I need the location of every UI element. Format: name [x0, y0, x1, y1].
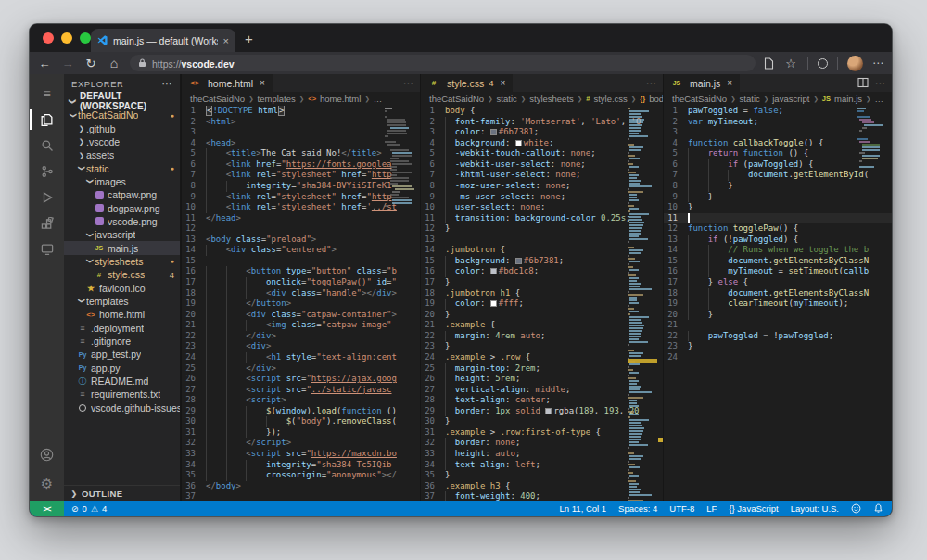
- code-line[interactable]: 13: [421, 235, 663, 246]
- code-line[interactable]: 8-moz-user-select: none;: [421, 181, 663, 192]
- minimap[interactable]: [385, 108, 414, 501]
- menu-icon[interactable]: ≡: [30, 81, 64, 107]
- code-line[interactable]: 20}: [421, 310, 663, 321]
- code-line[interactable]: 5-webkit-touch-callout: none;: [421, 148, 663, 159]
- tab-home-html[interactable]: <>home.html×: [182, 74, 273, 92]
- more-actions-icon[interactable]: ⋯: [875, 77, 885, 89]
- back-icon[interactable]: ←: [37, 57, 52, 70]
- more-actions-icon[interactable]: ⋯: [646, 77, 656, 89]
- code-line[interactable]: 32border: none;: [421, 438, 663, 449]
- code-line[interactable]: 33height: auto;: [421, 449, 663, 460]
- breadcrumb-item[interactable]: …: [374, 94, 383, 104]
- window-controls[interactable]: [43, 32, 91, 44]
- code-editor-home-html[interactable]: 1<!DOCTYPE html>2<html>34<head>5<title>T…: [182, 106, 420, 501]
- code-editor-main-js[interactable]: 1pawToggled = false;2var myTimeout;34fun…: [664, 106, 892, 501]
- tree-item-static[interactable]: ❯static●: [64, 161, 180, 174]
- tree-item-javascript[interactable]: ❯javascript: [64, 228, 180, 241]
- remote-indicator[interactable]: ><: [30, 501, 64, 516]
- workspace-row[interactable]: ❯ DEFAULT (WORKSPACE): [64, 94, 180, 108]
- code-line[interactable]: 10user-select: none;: [421, 202, 663, 213]
- source-control-icon[interactable]: [30, 159, 64, 185]
- tree-item-assets[interactable]: ❯assets: [64, 148, 180, 161]
- code-line[interactable]: 14.jumbotron {: [421, 245, 663, 256]
- code-line[interactable]: 23}: [421, 341, 663, 352]
- status-item-1[interactable]: Spaces: 4: [618, 503, 657, 514]
- code-line[interactable]: 21.example {: [421, 320, 663, 331]
- breadcrumb-item[interactable]: theCatSaidNo: [429, 94, 484, 104]
- outline-section[interactable]: ❯ OUTLINE: [64, 485, 180, 501]
- breadcrumb-item[interactable]: stylesheets: [529, 94, 574, 104]
- code-line[interactable]: 4background: white;: [421, 138, 663, 149]
- tree-item-readme-md[interactable]: ⓘREADME.md: [64, 375, 180, 388]
- more-actions-icon[interactable]: ⋯: [403, 77, 413, 89]
- new-tab-button[interactable]: +: [245, 31, 253, 46]
- status-item-0[interactable]: Ln 11, Col 1: [560, 503, 607, 514]
- code-line[interactable]: 17}: [421, 277, 663, 288]
- tree-item-app-test-py[interactable]: Pyapp_test.py: [64, 348, 180, 361]
- settings-icon[interactable]: ⚙: [30, 471, 64, 497]
- tree-item-style-css[interactable]: #style.css4: [64, 268, 180, 281]
- browser-menu-icon[interactable]: ⋯: [872, 57, 884, 70]
- tab-close-icon[interactable]: ×: [223, 35, 229, 46]
- refresh-icon[interactable]: ↻: [83, 57, 98, 70]
- explorer-icon[interactable]: [30, 107, 64, 133]
- tree-item-stylesheets[interactable]: ❯stylesheets●: [64, 255, 180, 268]
- remote-explorer-icon[interactable]: [30, 236, 64, 262]
- code-line[interactable]: 34text-align: left;: [421, 460, 663, 471]
- breadcrumb-item[interactable]: templates: [258, 94, 296, 104]
- status-item-4[interactable]: {} JavaScript: [729, 503, 778, 514]
- tab-main-js[interactable]: JSmain.js×: [664, 74, 741, 92]
- code-line[interactable]: 26height: 5rem;: [421, 374, 663, 385]
- extensions-icon[interactable]: [30, 210, 64, 236]
- breadcrumb-item[interactable]: theCatSaidNo: [672, 94, 727, 104]
- code-line[interactable]: 30}: [421, 416, 663, 427]
- breadcrumb-item[interactable]: theCatSaidNo: [190, 94, 245, 104]
- minimap[interactable]: [857, 108, 886, 501]
- tree-item-catpaw-png[interactable]: catpaw.png: [64, 188, 180, 201]
- status-item-2[interactable]: UTF-8: [669, 503, 694, 514]
- code-line[interactable]: 31.example > .row:first-of-type {: [421, 427, 663, 439]
- minimap[interactable]: [628, 108, 657, 501]
- breadcrumb-item[interactable]: static: [740, 94, 760, 104]
- tree-item-thecatsaidno[interactable]: ❯theCatSaidNo●: [64, 108, 180, 121]
- tree-item-images[interactable]: ❯images: [64, 175, 180, 188]
- breadcrumb-item[interactable]: style.css: [593, 94, 627, 104]
- bell-icon[interactable]: [873, 503, 883, 514]
- code-editor-style-css[interactable]: 1body {2font-family: 'Montserrat', 'Lato…: [421, 106, 663, 501]
- home-icon[interactable]: ⌂: [107, 57, 121, 70]
- tree-item--github[interactable]: ❯.github: [64, 121, 180, 134]
- document-icon[interactable]: [764, 57, 774, 70]
- maximize-window-button[interactable]: [80, 32, 91, 44]
- code-line[interactable]: 3color: #6b7381;: [421, 127, 663, 138]
- tree-item--deployment[interactable]: ≡.deployment: [64, 322, 180, 335]
- tree-item-templates[interactable]: ❯templates: [64, 295, 180, 308]
- breadcrumb-item[interactable]: static: [497, 94, 517, 104]
- extension-ring-icon[interactable]: [818, 58, 828, 69]
- code-line[interactable]: 9-ms-user-select: none;: [421, 192, 663, 203]
- tree-item-home-html[interactable]: <>home.html: [64, 308, 180, 321]
- forward-icon[interactable]: →: [60, 57, 75, 70]
- tree-item-app-py[interactable]: Pyapp.py: [64, 362, 180, 375]
- account-icon[interactable]: [30, 441, 64, 467]
- code-line[interactable]: 16color: #bdc1c8;: [421, 266, 663, 277]
- code-line[interactable]: 24.example > .row {: [421, 352, 663, 363]
- code-line[interactable]: 2font-family: 'Montserrat', 'Lato', 'O: [421, 117, 663, 128]
- code-line[interactable]: 36.example h3 {: [421, 481, 663, 492]
- code-line[interactable]: 22margin: 4rem auto;: [421, 331, 663, 342]
- tab-style-css[interactable]: #style.css4×: [421, 74, 514, 92]
- code-line[interactable]: 35}: [421, 470, 663, 481]
- code-line[interactable]: 25margin-top: 2rem;: [421, 363, 663, 375]
- code-line[interactable]: 1body {: [421, 106, 663, 117]
- breadcrumb-item[interactable]: home.html: [320, 94, 361, 104]
- tree-item-dogpaw-png[interactable]: dogpaw.png: [64, 201, 180, 214]
- breadcrumb-item[interactable]: main.js: [834, 94, 862, 104]
- address-bar[interactable]: https://vscode.dev: [130, 55, 756, 71]
- profile-avatar[interactable]: [847, 56, 863, 71]
- tree-item--vscode[interactable]: ❯.vscode: [64, 135, 180, 148]
- tree-item--gitignore[interactable]: ≡.gitignore: [64, 335, 180, 348]
- tab-close-icon[interactable]: ×: [260, 78, 265, 88]
- code-line[interactable]: 6-webkit-user-select: none;: [421, 159, 663, 171]
- minimize-window-button[interactable]: [61, 32, 72, 44]
- tab-close-icon[interactable]: ×: [501, 78, 506, 88]
- status-item-3[interactable]: LF: [706, 503, 717, 514]
